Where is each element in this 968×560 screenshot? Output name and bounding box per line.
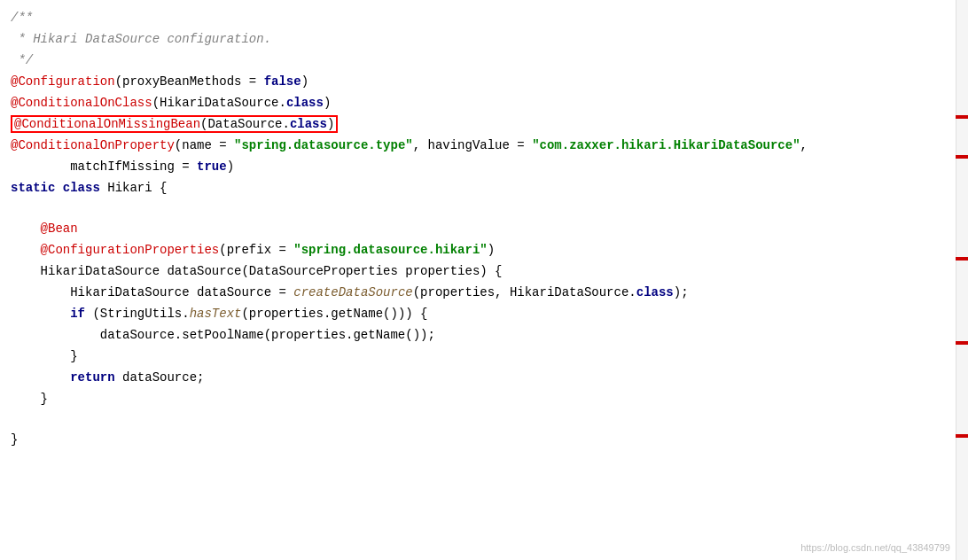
line-content: @ConditionalOnProperty(name = "spring.da…: [0, 136, 808, 155]
scrollbar-marker-5: [956, 434, 968, 438]
code-token: "spring.datasource.type": [234, 138, 413, 152]
code-token: "spring.datasource.hikari": [293, 243, 487, 257]
line-content: return dataSource;: [0, 368, 204, 387]
line-content: }: [0, 430, 18, 449]
code-token: false: [264, 74, 301, 89]
code-line: @Bean: [0, 218, 968, 239]
code-line: */: [0, 50, 968, 71]
code-token: HikariDataSource dataSource(DataSourcePr…: [11, 264, 503, 278]
code-token: ): [301, 74, 308, 89]
code-line: dataSource.setPoolName(properties.getNam…: [0, 324, 968, 346]
code-line: [0, 409, 968, 429]
code-token: if: [70, 307, 85, 321]
code-line: /**: [0, 7, 968, 28]
code-line: @ConditionalOnMissingBean(DataSource.cla…: [0, 113, 968, 135]
code-token: Hikari {: [107, 181, 167, 195]
code-token: ): [324, 96, 331, 110]
code-token: );: [674, 285, 689, 299]
code-line: @ConfigurationProperties(prefix = "sprin…: [0, 239, 968, 261]
line-content: }: [0, 346, 78, 366]
code-token: matchIfMissing =: [11, 159, 197, 174]
code-token: (proxyBeanMethods =: [115, 74, 264, 89]
code-token: (name =: [175, 138, 234, 152]
scrollbar-marker-1: [956, 115, 968, 119]
code-token: class: [286, 96, 324, 110]
code-token: "com.zaxxer.hikari.HikariDataSource": [532, 138, 800, 152]
code-token: @ConfigurationProperties: [11, 243, 219, 257]
code-token: ,: [800, 138, 808, 152]
line-content: @Bean: [0, 219, 78, 238]
code-token: return: [70, 370, 114, 385]
code-token: ): [227, 159, 234, 174]
code-token: hasText: [190, 307, 242, 321]
code-line: @Configuration(proxyBeanMethods = false): [0, 71, 968, 92]
code-token: class: [290, 117, 327, 131]
code-line: HikariDataSource dataSource(DataSourcePr…: [0, 261, 968, 282]
code-token: (prefix =: [219, 243, 293, 257]
line-content: /**: [0, 8, 33, 27]
code-token: * Hikari DataSource configuration.: [11, 32, 271, 46]
line-content: matchIfMissing = true): [0, 157, 234, 176]
code-line: [0, 198, 968, 218]
code-token: dataSource.setPoolName(properties.getNam…: [11, 328, 435, 342]
line-content: dataSource.setPoolName(properties.getNam…: [0, 325, 435, 345]
code-token: }: [11, 392, 48, 406]
code-editor: /** * Hikari DataSource configuration. *…: [0, 0, 968, 560]
code-line: }: [0, 346, 968, 367]
code-lines: /** * Hikari DataSource configuration. *…: [0, 7, 968, 450]
code-line: matchIfMissing = true): [0, 156, 968, 177]
code-token: true: [197, 159, 227, 174]
line-content: static class Hikari {: [0, 178, 167, 198]
code-line: HikariDataSource dataSource = createData…: [0, 282, 968, 303]
code-line: static class Hikari {: [0, 177, 968, 198]
line-content: @ConditionalOnClass(HikariDataSource.cla…: [0, 93, 331, 113]
line-content: @ConfigurationProperties(prefix = "sprin…: [0, 240, 495, 260]
highlighted-annotation: @ConditionalOnMissingBean(DataSource.cla…: [11, 115, 338, 133]
code-token: }: [11, 432, 18, 447]
line-content: HikariDataSource dataSource(DataSourcePr…: [0, 261, 503, 281]
scrollbar-marker-2: [956, 155, 968, 159]
code-token: (HikariDataSource.: [152, 96, 286, 110]
line-content: if (StringUtils.hasText(properties.getNa…: [0, 304, 428, 323]
code-token: [11, 307, 70, 321]
code-token: (properties, HikariDataSource.: [413, 285, 636, 299]
code-token: @ConditionalOnMissingBean: [14, 117, 200, 131]
code-line: }: [0, 429, 968, 450]
code-token: @ConditionalOnProperty: [11, 138, 175, 152]
code-token: ): [327, 117, 334, 131]
line-content: @ConditionalOnMissingBean(DataSource.cla…: [0, 114, 338, 134]
code-token: class: [63, 181, 107, 195]
code-line: if (StringUtils.hasText(properties.getNa…: [0, 303, 968, 324]
line-content: @Configuration(proxyBeanMethods = false): [0, 72, 308, 91]
scrollbar[interactable]: [956, 0, 968, 560]
watermark: https://blog.csdn.net/qq_43849799: [800, 542, 950, 553]
code-line: @ConditionalOnClass(HikariDataSource.cla…: [0, 92, 968, 113]
line-content: HikariDataSource dataSource = createData…: [0, 283, 689, 302]
code-line: * Hikari DataSource configuration.: [0, 28, 968, 50]
code-token: dataSource;: [115, 370, 205, 385]
code-token: (DataSource.: [200, 117, 290, 131]
code-token: createDataSource: [293, 285, 412, 299]
code-token: @ConditionalOnClass: [11, 96, 152, 110]
code-token: class: [636, 285, 674, 299]
code-token: ): [488, 243, 495, 257]
code-token: HikariDataSource dataSource =: [11, 285, 293, 299]
code-token: static: [11, 181, 63, 195]
code-token: @Configuration: [11, 74, 115, 89]
code-token: , havingValue =: [413, 138, 532, 152]
code-token: /**: [11, 11, 33, 25]
code-line: }: [0, 388, 968, 409]
code-token: @Bean: [11, 222, 78, 236]
code-token: (StringUtils.: [85, 307, 190, 321]
code-line: return dataSource;: [0, 367, 968, 388]
code-line: @ConditionalOnProperty(name = "spring.da…: [0, 135, 968, 156]
scrollbar-marker-4: [956, 341, 968, 345]
line-content: }: [0, 389, 48, 408]
line-content: */: [0, 51, 33, 70]
code-token: }: [11, 349, 78, 363]
code-token: (properties.getName())) {: [241, 307, 427, 321]
code-token: */: [11, 53, 33, 67]
scrollbar-marker-3: [956, 257, 968, 261]
code-token: [11, 370, 70, 385]
line-content: * Hikari DataSource configuration.: [0, 29, 271, 49]
